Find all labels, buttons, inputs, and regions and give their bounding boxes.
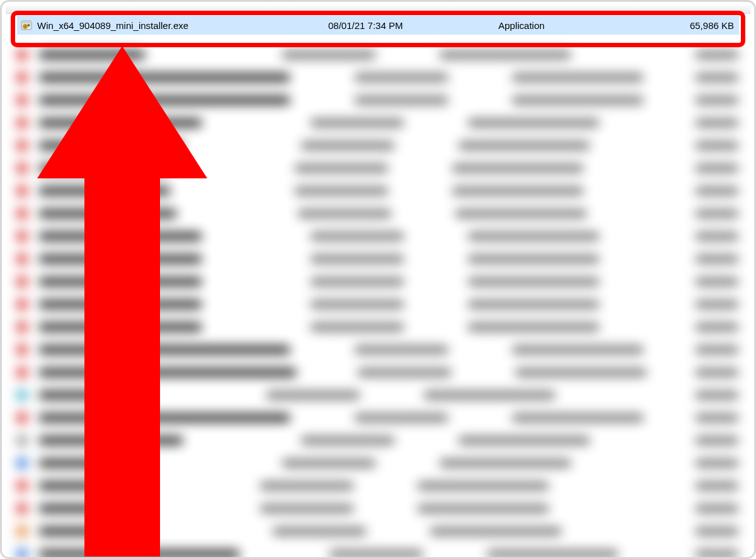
blurred-row xyxy=(17,202,739,225)
blurred-row xyxy=(17,384,739,406)
column-header-strip[interactable] xyxy=(6,6,750,14)
blurred-row xyxy=(17,361,739,384)
file-name: Win_x64_904089_mini_installer.exe xyxy=(37,20,188,31)
blurred-row xyxy=(17,112,739,134)
file-type: Application xyxy=(498,20,656,31)
blurred-row xyxy=(17,43,739,66)
file-date-modified: 08/01/21 7:34 PM xyxy=(328,20,498,31)
file-row-selected[interactable]: Win_x64_904089_mini_installer.exe 08/01/… xyxy=(17,16,739,35)
blurred-row xyxy=(17,157,739,180)
blurred-row xyxy=(17,429,739,452)
blurred-row xyxy=(17,293,739,316)
explorer-window: Win_x64_904089_mini_installer.exe 08/01/… xyxy=(0,0,756,559)
blurred-row xyxy=(17,475,739,497)
blurred-row xyxy=(17,248,739,270)
blurred-row xyxy=(17,225,739,248)
installer-exe-icon xyxy=(21,20,32,31)
blurred-row xyxy=(17,270,739,293)
blurred-file-list xyxy=(17,43,739,550)
blurred-row xyxy=(17,89,739,112)
blurred-row xyxy=(17,543,739,559)
blurred-row xyxy=(17,406,739,429)
file-size: 65,986 KB xyxy=(656,20,739,31)
blurred-row xyxy=(17,316,739,338)
blurred-row xyxy=(17,452,739,475)
blurred-row xyxy=(17,134,739,157)
svg-rect-1 xyxy=(21,21,32,23)
blurred-row xyxy=(17,338,739,361)
blurred-row xyxy=(17,520,739,543)
file-name-cell[interactable]: Win_x64_904089_mini_installer.exe xyxy=(17,20,328,31)
blurred-row xyxy=(17,180,739,202)
blurred-row xyxy=(17,497,739,520)
blurred-row xyxy=(17,66,739,89)
